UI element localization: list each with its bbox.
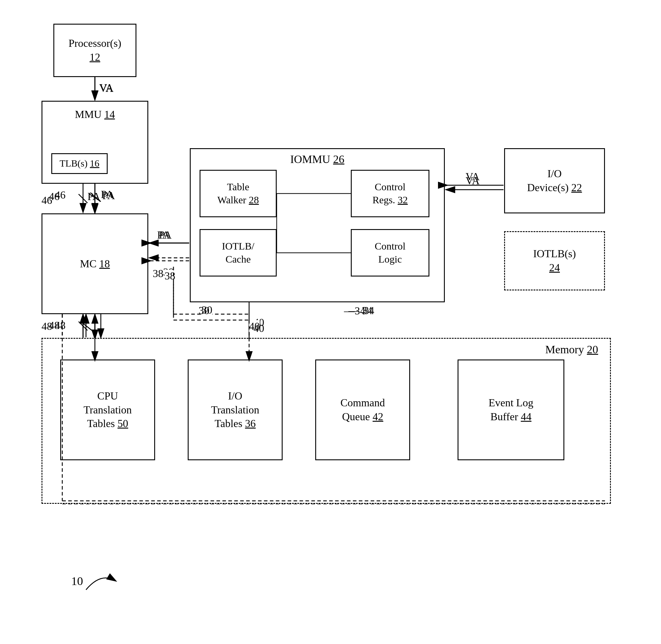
- svg-text:VA: VA: [466, 171, 480, 183]
- svg-text:48: 48: [55, 320, 66, 331]
- svg-text:46: 46: [55, 189, 66, 201]
- label-46: 46: [42, 194, 52, 207]
- svg-text:PA: PA: [157, 229, 170, 241]
- label-38: 38: [164, 270, 175, 282]
- svg-text:PA: PA: [102, 190, 115, 202]
- command-queue-box: CommandQueue 42: [315, 360, 410, 460]
- iotlb-dashed-label: IOTLB(s)24: [533, 247, 576, 275]
- command-queue-label: CommandQueue 42: [340, 396, 385, 424]
- mc-box: MC 18: [42, 213, 148, 314]
- diagram-container: VA PA 46 PA PA 38 VA 48: [24, 18, 635, 611]
- tlb-ref: 16: [90, 158, 100, 169]
- mmu-ref: 14: [104, 109, 115, 120]
- label-48: 48: [42, 320, 52, 332]
- label-34: —34: [344, 305, 365, 317]
- mc-label: MC 18: [80, 257, 110, 271]
- io-device-box: I/ODevice(s) 22: [504, 148, 605, 213]
- svg-line-6: [79, 194, 87, 203]
- io-trans-label: I/OTranslationTables 36: [211, 389, 260, 431]
- mc-ref: 18: [100, 258, 110, 270]
- event-log-label: Event LogBuffer 44: [489, 396, 533, 424]
- processor-label: Processor(s): [68, 37, 121, 50]
- iommu-internal-svg: [191, 149, 444, 301]
- iommu-outer-box: IOMMU 26 TableWalker 28 IOTLB/Cache Cont…: [190, 148, 445, 302]
- svg-line-10: [90, 193, 100, 202]
- memory-label: Memory 20: [545, 342, 598, 357]
- svg-text:VA: VA: [466, 175, 480, 187]
- memory-outer-box: Memory 20 CPUTranslationTables 50 I/OTra…: [42, 338, 611, 504]
- svg-text:PA: PA: [159, 229, 172, 241]
- svg-text:VA: VA: [100, 83, 113, 94]
- mmu-box: MMU 14 TLB(s) 16: [42, 101, 148, 184]
- label-40: 40: [249, 320, 260, 332]
- svg-text:38: 38: [153, 268, 163, 279]
- svg-line-45: [90, 194, 101, 202]
- io-device-label: I/ODevice(s) 22: [527, 167, 582, 195]
- svg-line-20: [79, 322, 87, 330]
- label-30: 30: [202, 304, 212, 316]
- event-log-box: Event LogBuffer 44: [458, 360, 564, 460]
- processor-box: Processor(s) 12: [53, 24, 136, 77]
- cpu-trans-label: CPUTranslationTables 50: [84, 389, 132, 431]
- figure-num-label: 10: [71, 574, 83, 588]
- svg-line-55: [81, 322, 92, 330]
- io-trans-box: I/OTranslationTables 36: [188, 360, 283, 460]
- processor-ref: 12: [90, 50, 100, 64]
- figure-number: 10: [71, 569, 118, 593]
- svg-text:PA: PA: [87, 190, 100, 202]
- svg-text:VA: VA: [100, 82, 113, 94]
- iotlb-dashed-box: IOTLB(s)24: [504, 231, 605, 291]
- tlb-label: TLB(s) 16: [60, 157, 100, 170]
- mmu-label: MMU 14: [75, 108, 115, 121]
- cpu-trans-box: CPUTranslationTables 50: [60, 360, 155, 460]
- figure-curve-arrow: [83, 569, 118, 593]
- svg-text:PA: PA: [101, 188, 114, 200]
